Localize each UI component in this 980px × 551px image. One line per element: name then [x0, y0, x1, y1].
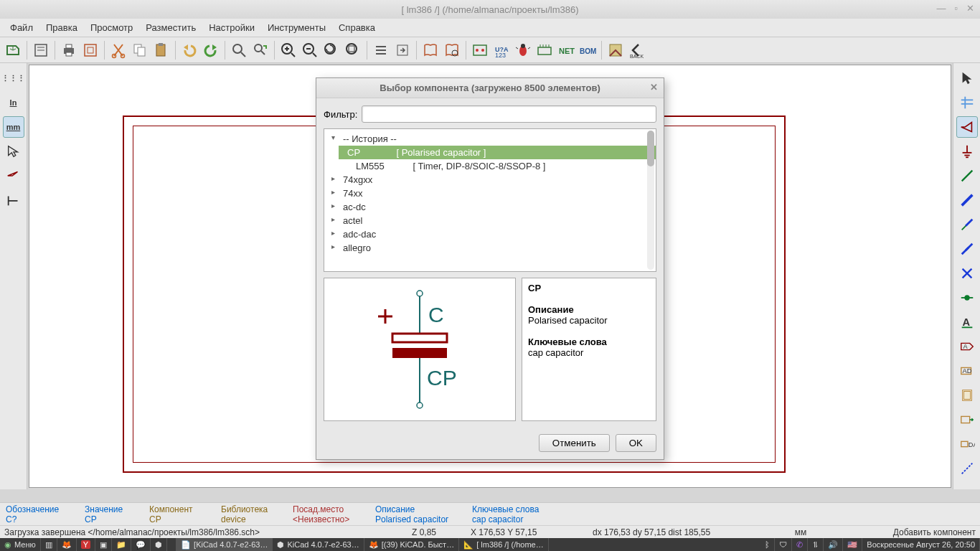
place-wire2bus-icon[interactable]	[956, 214, 978, 235]
tree-item-selected[interactable]: CP [ Polarised capacitor ]	[339, 146, 656, 159]
taskbar-kicad-icon[interactable]: ⬢	[151, 538, 167, 551]
redo-icon[interactable]	[201, 40, 221, 60]
bus-direction-icon[interactable]	[3, 189, 24, 211]
annotate-icon[interactable]	[470, 40, 490, 60]
taskbar-chat-icon[interactable]: 💬	[131, 538, 151, 551]
tree-history-header[interactable]: -- История --	[324, 132, 656, 146]
taskbar-item[interactable]: 📄[KiCad 4.0.7-e2-63…	[176, 538, 273, 551]
place-globallabel-icon[interactable]: A	[956, 336, 978, 357]
back-import-icon[interactable]: BACK	[627, 40, 647, 60]
tray-network-icon[interactable]: ⥮	[808, 538, 824, 551]
cancel-button[interactable]: Отменить	[539, 434, 610, 452]
taskbar-item[interactable]: 📐[ lm386 /] (/home…	[459, 538, 549, 551]
tree-lib[interactable]: 74xgxx	[324, 173, 656, 187]
tree-scrollbar[interactable]	[647, 131, 654, 270]
cut-icon[interactable]	[108, 40, 128, 60]
place-power-icon[interactable]	[956, 141, 978, 162]
plot-icon[interactable]	[80, 40, 100, 60]
print-icon[interactable]	[59, 40, 79, 60]
find-replace-icon[interactable]	[250, 40, 270, 60]
highlight-net-icon[interactable]	[956, 92, 978, 113]
place-junction-icon[interactable]	[956, 287, 978, 309]
place-hiersheet-icon[interactable]	[956, 385, 978, 406]
menu-view[interactable]: Просмотр	[85, 20, 138, 35]
zoom-out-icon[interactable]	[300, 40, 320, 60]
grid-toggle-icon[interactable]: ⋮⋮⋮	[3, 67, 24, 89]
component-info: CP Описание Polarised capacitor Ключевые…	[522, 278, 656, 421]
place-netlabel-icon[interactable]: A	[956, 311, 978, 333]
taskbar-show-desktop-icon[interactable]: ▥	[41, 538, 57, 551]
page-settings-icon[interactable]	[31, 40, 51, 60]
window-minimize-icon[interactable]: —	[936, 3, 946, 14]
hierarchy-icon[interactable]	[371, 40, 391, 60]
taskbar-item[interactable]: 🦊[(39) KiCAD. Быст…	[364, 538, 459, 551]
ok-button[interactable]: OK	[616, 434, 656, 452]
info-kw-value: cap capacitor	[528, 347, 583, 358]
tray-keyboard-icon[interactable]: 🇺🇸	[843, 538, 862, 551]
svg-line-80	[961, 463, 972, 474]
library-browser-icon[interactable]	[442, 40, 462, 60]
units-inch-button[interactable]: In	[3, 92, 24, 113]
tray-viber-icon[interactable]: ✆	[792, 538, 808, 551]
filter-input[interactable]	[362, 105, 656, 123]
undo-icon[interactable]	[179, 40, 199, 60]
menu-tools[interactable]: Инструменты	[262, 20, 331, 35]
units-mm-button[interactable]: mm	[3, 116, 24, 138]
menu-help[interactable]: Справка	[333, 20, 381, 35]
taskbar-files-icon[interactable]: 📁	[112, 538, 131, 551]
window-maximize-icon[interactable]: ▫	[954, 3, 958, 14]
place-hierpin-icon[interactable]: DA	[956, 433, 978, 455]
erc-icon[interactable]: U?A123	[491, 40, 512, 60]
cvpcb-icon[interactable]	[534, 40, 555, 60]
place-hierlabel-icon[interactable]: AD	[956, 360, 978, 382]
menu-edit[interactable]: Правка	[40, 20, 83, 35]
tray-clock[interactable]: Воскресенье Август 26, 20:50	[862, 538, 980, 551]
component-tree[interactable]: -- История -- CP [ Polarised capacitor ]…	[324, 128, 656, 272]
netlist-icon[interactable]: NET	[556, 40, 576, 60]
place-wire-icon[interactable]	[956, 165, 978, 187]
window-close-icon[interactable]: ✕	[966, 3, 974, 14]
place-bus2bus-icon[interactable]	[956, 238, 978, 260]
zoom-in-icon[interactable]	[278, 40, 298, 60]
find-icon[interactable]	[229, 40, 249, 60]
tree-item[interactable]: LM555 [ Timer, DIP-8/SOIC-8/SSOP-8 ]	[324, 159, 656, 173]
taskbar-yandex-icon[interactable]: Y	[77, 538, 95, 551]
erc-bug-icon[interactable]	[513, 40, 533, 60]
place-bus-icon[interactable]	[956, 189, 978, 211]
paste-icon[interactable]	[151, 40, 171, 60]
hidden-pins-icon[interactable]	[3, 165, 24, 187]
cursor-icon[interactable]	[956, 67, 978, 89]
svg-text:AD: AD	[962, 367, 971, 375]
copy-icon[interactable]	[130, 40, 150, 60]
menu-file[interactable]: Файл	[4, 20, 39, 35]
zoom-redraw-icon[interactable]	[321, 40, 341, 60]
cursor-shape-icon[interactable]	[3, 141, 24, 162]
taskbar-item[interactable]: ⬢KiCad 4.0.7-e2-63…	[273, 538, 364, 551]
run-pcbnew-icon[interactable]	[606, 40, 626, 60]
leave-sheet-icon[interactable]	[392, 40, 413, 60]
library-editor-icon[interactable]	[420, 40, 440, 60]
menu-place[interactable]: Разместить	[140, 20, 202, 35]
place-noconnect-icon[interactable]	[956, 263, 978, 284]
tree-lib[interactable]: 74xx	[324, 187, 656, 200]
zoom-fit-icon[interactable]	[343, 40, 363, 60]
tree-lib[interactable]: ac-dc	[324, 200, 656, 214]
import-hierlabel-icon[interactable]	[956, 409, 978, 430]
tray-updates-icon[interactable]: 🛡	[775, 538, 792, 551]
dialog-close-icon[interactable]: ✕	[650, 82, 658, 93]
save-icon[interactable]	[3, 40, 23, 60]
menu-settings[interactable]: Настройки	[203, 20, 260, 35]
svg-line-60	[961, 171, 972, 182]
bom-icon[interactable]: BOM	[578, 40, 598, 60]
taskbar-terminal-icon[interactable]: ▣	[95, 538, 112, 551]
taskbar-menu-button[interactable]: ◉Меню	[0, 538, 41, 551]
place-component-icon[interactable]	[956, 116, 978, 138]
taskbar-firefox-icon[interactable]: 🦊	[57, 538, 77, 551]
dialog-titlebar[interactable]: Выбор компонента (загружено 8500 элемент…	[316, 78, 664, 98]
tree-lib[interactable]: actel	[324, 214, 656, 227]
tree-lib[interactable]: adc-dac	[324, 227, 656, 241]
place-graphic-line-icon[interactable]	[956, 458, 978, 479]
tree-lib[interactable]: allegro	[324, 241, 656, 255]
tray-volume-icon[interactable]: 🔊	[824, 538, 843, 551]
tray-bluetooth-icon[interactable]: ᛒ	[760, 538, 775, 551]
